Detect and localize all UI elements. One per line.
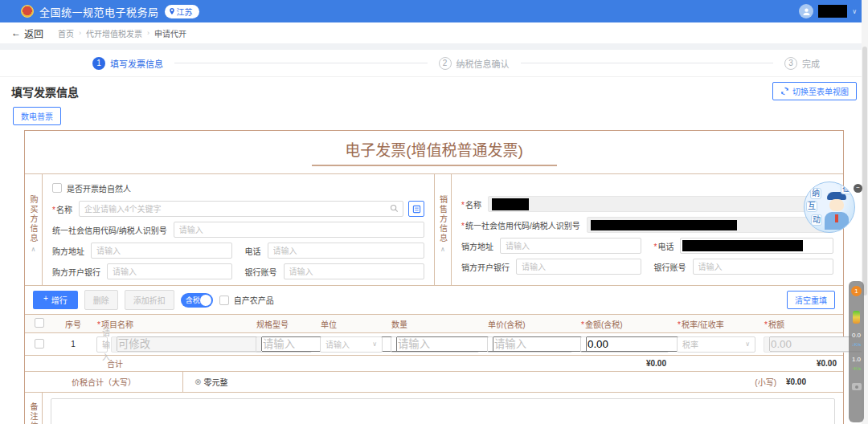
step-connector bbox=[521, 63, 774, 63]
main-content: 填写发票信息 切换至表单视图 数电普票 电子发票(增值税普通发票) 购买方信息 … bbox=[0, 77, 868, 424]
seller-section-strip: 销售方信息 ∧ bbox=[434, 174, 452, 285]
avatar[interactable] bbox=[799, 4, 813, 18]
tax-interaction-widget[interactable]: 征 纳 互 动 bbox=[804, 181, 855, 233]
widget-minimize-button[interactable]: − bbox=[854, 184, 862, 193]
notification-badge: 1 bbox=[851, 286, 862, 296]
collapse-icon[interactable]: ∧ bbox=[440, 246, 445, 253]
item-row: 1 请输入 ∨ 请输入∨ 税率∨ bbox=[25, 333, 843, 356]
buyer-phone-input[interactable] bbox=[268, 243, 425, 259]
capital-prefix-icon: ⊗ bbox=[194, 377, 201, 386]
buyer-address-label: 购方地址 bbox=[52, 245, 84, 257]
buyer-section-label: 购买方信息 bbox=[27, 195, 39, 243]
spec-input-box bbox=[256, 336, 312, 353]
remark-strip: 备注信息 bbox=[25, 393, 43, 424]
page-title: 填写发票信息 bbox=[11, 82, 79, 100]
taxrate-select[interactable]: 税率∨ bbox=[677, 336, 755, 353]
back-label: 返回 bbox=[24, 26, 43, 40]
scrollbar-thumb[interactable] bbox=[862, 47, 867, 296]
seller-address-input[interactable] bbox=[500, 238, 641, 254]
col-taxrate: *税率/征收率 bbox=[673, 318, 760, 330]
breadcrumb: 首页 › 代开增值税发票 › 申请代开 bbox=[58, 27, 186, 39]
tax-included-toggle[interactable]: 含税 bbox=[181, 293, 213, 308]
region-label: 江苏 bbox=[177, 6, 193, 18]
divider-band bbox=[0, 43, 868, 50]
seller-taxid-label: 统一社会信用代码/纳税人识别号 bbox=[465, 222, 580, 230]
person-icon bbox=[802, 7, 811, 16]
breadcrumb-home[interactable]: 首页 bbox=[58, 27, 74, 39]
seller-spacer bbox=[461, 180, 833, 191]
add-discount-button[interactable]: 添加折扣 bbox=[125, 290, 174, 310]
buyer-name-row: *名称 bbox=[52, 201, 424, 217]
grand-small-value: ¥0.00 bbox=[786, 377, 806, 386]
col-price: 单价(含税) bbox=[483, 318, 576, 330]
topbar: 全国统一规范电子税务局 江苏 ∨ bbox=[0, 0, 868, 22]
user-area: ∨ bbox=[799, 4, 857, 18]
chevron-down-icon: ∨ bbox=[372, 340, 377, 348]
seller-address-row: 销方地址 *电话 bbox=[461, 238, 833, 254]
breadcrumb-current: 申请代开 bbox=[154, 27, 186, 39]
price-input-box bbox=[487, 336, 572, 353]
document-icon bbox=[412, 205, 421, 214]
seller-account-input[interactable] bbox=[693, 259, 834, 275]
breadcrumb-section[interactable]: 代开增值税发票 bbox=[86, 27, 142, 39]
invoice-panel: 电子发票(增值税普通发票) 购买方信息 ∧ 是否开票给自然人 *名称 bbox=[24, 130, 844, 424]
totals-tax: ¥0.00 bbox=[760, 359, 843, 368]
invoice-title: 电子发票(增值税普通发票) bbox=[25, 131, 843, 160]
farm-product-checkbox[interactable] bbox=[219, 296, 229, 305]
content-header: 填写发票信息 切换至表单视图 bbox=[11, 82, 857, 100]
screenshot-camera-icon[interactable] bbox=[852, 383, 862, 390]
items-table-header: 序号 *项目名称 规格型号 单位 数量 单价(含税) *金额(含税) *税率/征… bbox=[25, 314, 843, 333]
col-qty: 数量 bbox=[387, 318, 483, 330]
remark-textarea[interactable] bbox=[51, 398, 835, 424]
item-name-select[interactable]: 请输入 ∨ bbox=[96, 336, 108, 353]
seller-taxid-field bbox=[587, 217, 833, 233]
add-row-button[interactable]: + 增行 bbox=[33, 291, 78, 309]
parties-section: 购买方信息 ∧ 是否开票给自然人 *名称 bbox=[25, 173, 843, 285]
clear-refill-button[interactable]: 清空重填 bbox=[787, 291, 835, 309]
step-tax-confirm: 2 纳税信息确认 bbox=[439, 57, 510, 70]
app-title: 全国统一规范电子税务局 bbox=[39, 4, 159, 19]
delete-row-button[interactable]: 删除 bbox=[84, 290, 118, 310]
seller-account-label: 银行账号 bbox=[654, 261, 686, 273]
col-taxamount: *税额 bbox=[760, 318, 843, 330]
select-company-button[interactable] bbox=[408, 201, 424, 217]
temperature-gauge-icon bbox=[853, 311, 860, 324]
switch-view-button[interactable]: 切换至表单视图 bbox=[772, 82, 857, 100]
seller-bank-input[interactable] bbox=[516, 259, 641, 275]
row-seq: 1 bbox=[54, 340, 92, 349]
seller-section-label: 销售方信息 bbox=[437, 195, 449, 243]
remark-label: 备注信息 bbox=[27, 402, 39, 424]
buyer-form: 是否开票给自然人 *名称 统一社会信用代码/纳税人识别号 bbox=[43, 174, 434, 285]
unit-select[interactable]: 请输入∨ bbox=[320, 336, 383, 353]
back-arrow-icon: ← bbox=[11, 27, 21, 39]
buyer-taxid-label: 统一社会信用代码/纳税人识别号 bbox=[52, 224, 167, 236]
invoice-type-button[interactable]: 数电普票 bbox=[13, 107, 61, 125]
natural-person-row: 是否开票给自然人 bbox=[52, 180, 424, 196]
system-monitor-overlay[interactable]: 1 0.0 ↓K/s 1.0 ↑K/s bbox=[849, 281, 864, 422]
natural-person-checkbox[interactable] bbox=[52, 183, 62, 193]
totals-row: 合计 ¥0.00 ¥0.00 bbox=[25, 356, 843, 372]
buyer-account-input[interactable] bbox=[284, 263, 425, 279]
chevron-down-icon[interactable]: ∨ bbox=[852, 8, 857, 15]
qty-input-box bbox=[391, 336, 479, 353]
grand-total-label: 价税合计（大写） bbox=[25, 372, 183, 392]
buyer-taxid-input[interactable] bbox=[174, 222, 424, 238]
invoice-title-underline bbox=[312, 165, 557, 166]
back-button[interactable]: ← 返回 bbox=[11, 26, 43, 40]
buyer-bank-input[interactable] bbox=[107, 263, 232, 279]
select-all-checkbox[interactable] bbox=[35, 318, 44, 328]
search-icon bbox=[390, 204, 399, 213]
buyer-name-input[interactable] bbox=[79, 201, 403, 217]
grand-total-capital: 零元整 bbox=[203, 376, 227, 388]
step-3-circle: 3 bbox=[784, 57, 797, 70]
seller-phone-field bbox=[680, 238, 833, 254]
totals-amount: ¥0.00 bbox=[576, 359, 673, 368]
seller-form: *名称 *统一社会信用代码/纳税人识别号 销方地址 *电话 bbox=[452, 174, 843, 285]
buyer-address-input[interactable] bbox=[91, 243, 232, 259]
row-checkbox[interactable] bbox=[35, 339, 44, 349]
region-selector[interactable]: 江苏 bbox=[165, 5, 199, 18]
step-complete: 3 完成 bbox=[784, 57, 820, 70]
tax-bureau-emblem-icon bbox=[21, 5, 34, 18]
buyer-taxid-row: 统一社会信用代码/纳税人识别号 bbox=[52, 222, 424, 238]
collapse-icon[interactable]: ∧ bbox=[31, 246, 36, 253]
